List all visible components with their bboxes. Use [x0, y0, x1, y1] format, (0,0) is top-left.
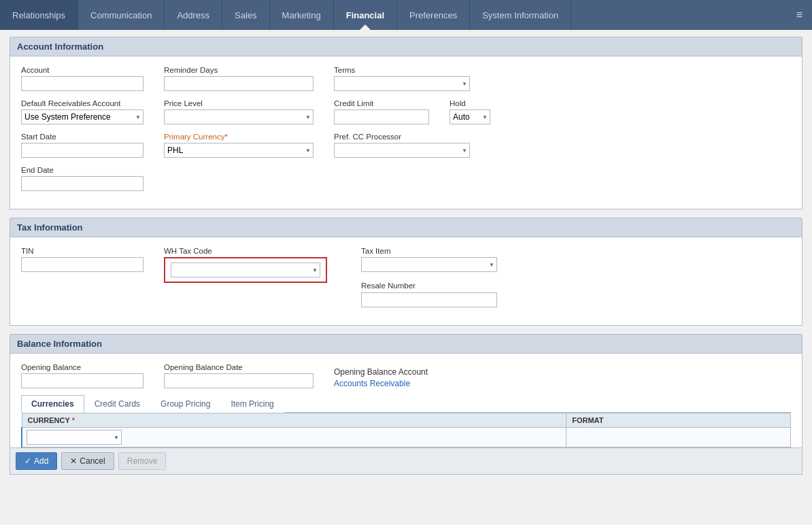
currency-input-row	[22, 428, 791, 447]
default-receivables-select[interactable]: Use System Preference	[21, 109, 143, 124]
tax-item-select-wrapper	[361, 257, 497, 272]
tab-item-pricing[interactable]: Item Pricing	[220, 395, 284, 413]
nav-address[interactable]: Address	[165, 0, 222, 30]
opening-balance-date-label: Opening Balance Date	[164, 363, 314, 371]
nav-system-information[interactable]: System Information	[470, 0, 571, 30]
nav-relationships-label: Relationships	[12, 10, 65, 20]
opening-balance-account-label: Opening Balance Account	[334, 367, 428, 377]
opening-balance-date-group: Opening Balance Date	[164, 363, 314, 388]
resale-number-input[interactable]	[361, 292, 497, 307]
hold-group: Hold Auto	[450, 99, 490, 124]
start-date-input[interactable]	[21, 143, 143, 158]
opening-balance-input[interactable]	[21, 373, 143, 388]
default-receivables-label: Default Receivables Account	[21, 99, 143, 107]
nav-preferences[interactable]: Preferences	[397, 0, 470, 30]
format-cell	[566, 428, 791, 447]
wh-tax-code-select[interactable]	[171, 262, 320, 277]
opening-balance-row: Opening Balance Opening Balance Date Ope…	[21, 363, 791, 388]
opening-balance-label: Opening Balance	[21, 363, 143, 371]
tax-row-1: TIN WH Tax Code Tax Item	[21, 247, 791, 307]
primary-currency-group: Primary Currency* PHL	[164, 133, 314, 158]
pref-cc-processor-select[interactable]	[334, 143, 470, 158]
price-level-label: Price Level	[164, 99, 314, 107]
balance-information-body: Opening Balance Opening Balance Date Ope…	[10, 354, 802, 448]
account-row-4: End Date	[21, 166, 791, 191]
account-input[interactable]	[21, 76, 143, 91]
tin-group: TIN	[21, 247, 143, 272]
nav-menu-icon[interactable]: ≡	[787, 0, 812, 30]
default-receivables-group: Default Receivables Account Use System P…	[21, 99, 143, 124]
nav-marketing[interactable]: Marketing	[270, 0, 334, 30]
reminder-days-input[interactable]	[164, 76, 314, 91]
balance-button-row: ✓ Add ✕ Cancel Remove	[10, 448, 802, 475]
default-receivables-select-wrapper: Use System Preference	[21, 109, 143, 124]
currencies-table: CURRENCY * FORMAT	[21, 413, 791, 447]
account-row-1: Account Reminder Days Terms	[21, 66, 791, 91]
tax-information-body: TIN WH Tax Code Tax Item	[10, 237, 802, 326]
balance-information-section: Balance Information Opening Balance Open…	[10, 334, 802, 475]
wh-tax-code-select-wrapper	[171, 262, 320, 277]
currencies-table-header-row: CURRENCY * FORMAT	[22, 413, 791, 428]
x-icon: ✕	[70, 456, 77, 466]
account-group: Account	[21, 66, 143, 91]
cancel-button[interactable]: ✕ Cancel	[61, 452, 114, 470]
add-button[interactable]: ✓ Add	[16, 452, 57, 470]
end-date-group: End Date	[21, 166, 143, 191]
nav-sales-label: Sales	[235, 10, 257, 20]
nav-preferences-label: Preferences	[409, 10, 457, 20]
account-row-2: Default Receivables Account Use System P…	[21, 99, 791, 124]
credit-limit-label: Credit Limit	[334, 99, 429, 107]
currency-cell	[22, 428, 566, 447]
nav-marketing-label: Marketing	[282, 10, 321, 20]
credit-limit-group: Credit Limit	[334, 99, 429, 124]
tab-group-pricing[interactable]: Group Pricing	[150, 395, 220, 413]
terms-group: Terms	[334, 66, 470, 91]
balance-tabs: Currencies Credit Cards Group Pricing It…	[21, 395, 791, 413]
start-date-group: Start Date	[21, 133, 143, 158]
tab-currencies[interactable]: Currencies	[21, 395, 84, 413]
nav-communication[interactable]: Communication	[78, 0, 165, 30]
nav-sales[interactable]: Sales	[222, 0, 270, 30]
hold-select-wrapper: Auto	[450, 109, 490, 124]
currency-select[interactable]	[27, 430, 122, 445]
balance-information-header: Balance Information	[10, 334, 802, 354]
nav-relationships[interactable]: Relationships	[0, 0, 78, 30]
credit-limit-input[interactable]	[334, 109, 429, 124]
opening-balance-account-group: Opening Balance Account Accounts Receiva…	[334, 367, 428, 388]
primary-currency-select[interactable]: PHL	[164, 143, 314, 158]
tax-item-select[interactable]	[361, 257, 497, 272]
wh-tax-code-label: WH Tax Code	[164, 247, 327, 255]
tin-input[interactable]	[21, 257, 143, 272]
accounts-receivable-link[interactable]: Accounts Receivable	[334, 379, 428, 388]
navigation-bar: Relationships Communication Address Sale…	[0, 0, 812, 30]
pref-cc-processor-label: Pref. CC Processor	[334, 133, 470, 141]
reminder-days-label: Reminder Days	[164, 66, 314, 74]
checkmark-icon: ✓	[24, 456, 31, 466]
account-row-3: Start Date Primary Currency* PHL Pref. C…	[21, 133, 791, 158]
account-label: Account	[21, 66, 143, 74]
tab-credit-cards[interactable]: Credit Cards	[84, 395, 150, 413]
nav-financial[interactable]: Financial	[334, 0, 397, 30]
terms-select-wrapper	[334, 76, 470, 91]
pref-cc-processor-group: Pref. CC Processor	[334, 133, 470, 158]
end-date-input[interactable]	[21, 176, 143, 191]
primary-currency-select-wrapper: PHL	[164, 143, 314, 158]
hold-select[interactable]: Auto	[450, 109, 490, 124]
opening-balance-group: Opening Balance	[21, 363, 143, 388]
remove-button[interactable]: Remove	[118, 452, 167, 470]
reminder-days-group: Reminder Days	[164, 66, 314, 91]
main-content: Account Information Account Reminder Day…	[0, 30, 812, 481]
terms-select[interactable]	[334, 76, 470, 91]
nav-address-label: Address	[177, 10, 209, 20]
format-column-header: FORMAT	[566, 413, 791, 428]
pref-cc-processor-select-wrapper	[334, 143, 470, 158]
price-level-select[interactable]	[164, 109, 314, 124]
currency-select-wrapper	[27, 430, 122, 445]
tax-information-section: Tax Information TIN WH Tax Code	[10, 218, 802, 326]
end-date-label: End Date	[21, 166, 143, 174]
start-date-label: Start Date	[21, 133, 143, 141]
account-information-header: Account Information	[10, 37, 802, 56]
opening-balance-date-input[interactable]	[164, 373, 314, 388]
currency-column-header: CURRENCY *	[22, 413, 566, 428]
wh-tax-code-group: WH Tax Code	[164, 247, 327, 283]
